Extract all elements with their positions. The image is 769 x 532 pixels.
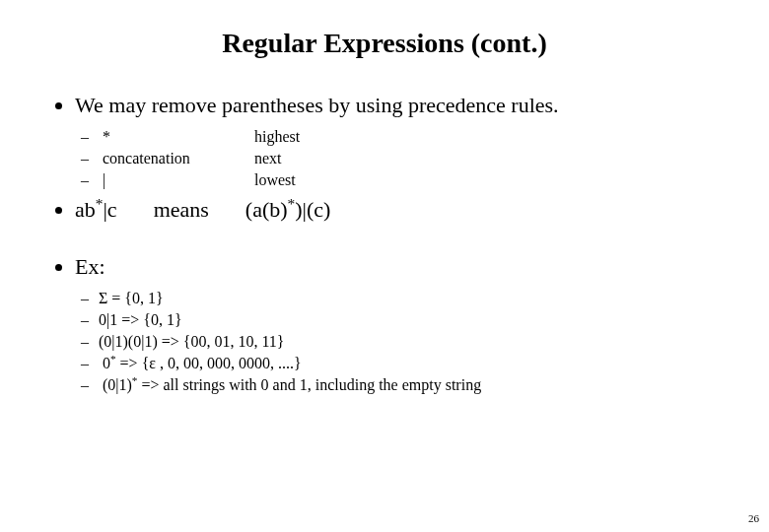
expr-lhs-post: |c (103, 197, 116, 222)
slide-title: Regular Expressions (cont.) (47, 28, 722, 59)
ex-line-concat: (0|1)(0|1) => {00, 01, 10, 11} (99, 333, 722, 351)
expr-means: means (154, 197, 209, 222)
ex-line-sigma: Σ = {0, 1} (99, 290, 722, 307)
bullet-precedence-text: We may remove parentheses by using prece… (75, 93, 559, 117)
ex-l5-pre: (0|1) (103, 376, 132, 393)
ex-l5-post: => all strings with 0 and 1, including t… (137, 376, 481, 393)
expr-rhs-post: )|(c) (295, 197, 330, 222)
slide: Regular Expressions (cont.) We may remov… (0, 0, 769, 532)
ex-l4-post: => {ε , 0, 00, 000, 0000, ....} (116, 355, 302, 371)
precedence-sublist: * highest concatenation next | lowest (75, 128, 722, 189)
prec-row-concat: concatenation next (99, 150, 722, 167)
ex-line-star0: 0* => {ε , 0, 00, 000, 0000, ....} (99, 355, 722, 372)
prec-op: * (103, 128, 250, 146)
ex-line-alt: 0|1 => {0, 1} (99, 311, 722, 329)
prec-op: concatenation (103, 150, 250, 167)
prec-op: | (103, 171, 250, 189)
spacer (47, 231, 722, 254)
prec-rank: lowest (254, 171, 296, 188)
page-number: 26 (748, 512, 759, 524)
ex-l4-pre: 0 (103, 355, 110, 371)
expr-lhs-pre: ab (75, 197, 96, 222)
ex-sublist: Σ = {0, 1} 0|1 => {0, 1} (0|1)(0|1) => {… (75, 290, 722, 394)
prec-row-star: * highest (99, 128, 722, 146)
prec-rank: next (254, 150, 282, 166)
ex-line-star01: (0|1)* => all strings with 0 and 1, incl… (99, 376, 722, 394)
ex-label: Ex: (75, 254, 105, 279)
bullet-example-expr: ab*|c means (a(b)*)|(c) (75, 197, 722, 223)
bullet-list: We may remove parentheses by using prece… (47, 93, 722, 223)
prec-rank: highest (254, 128, 300, 145)
bullet-ex: Ex: Σ = {0, 1} 0|1 => {0, 1} (0|1)(0|1) … (75, 254, 722, 394)
bullet-list-ex: Ex: Σ = {0, 1} 0|1 => {0, 1} (0|1)(0|1) … (47, 254, 722, 394)
bullet-precedence: We may remove parentheses by using prece… (75, 93, 722, 189)
expr-rhs-pre: (a(b) (245, 197, 288, 222)
prec-row-pipe: | lowest (99, 171, 722, 189)
